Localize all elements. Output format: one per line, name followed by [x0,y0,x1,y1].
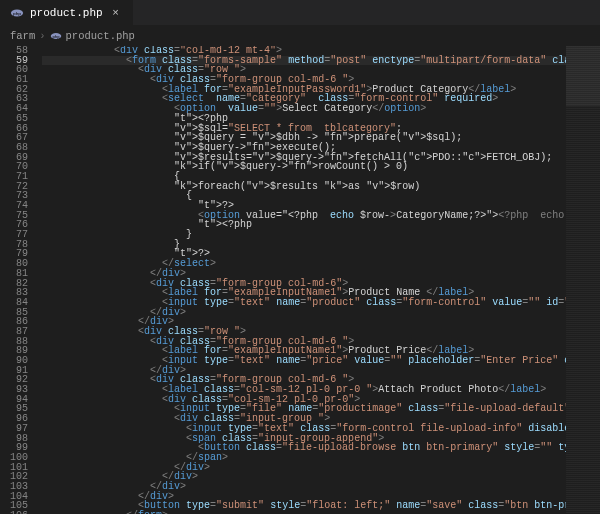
close-icon[interactable]: × [109,6,123,20]
tab-label: product.php [30,7,103,19]
svg-text:php: php [52,35,60,39]
svg-text:php: php [13,10,21,15]
breadcrumb: farm › php product.php [0,26,600,46]
line-number-gutter: 5859606162636465666768697071727374757677… [0,46,38,514]
chevron-right-icon: › [39,30,45,42]
minimap-viewport[interactable] [566,46,600,106]
breadcrumb-item[interactable]: product.php [66,30,135,42]
code-content[interactable]: <div class="col-md-12 mt-4"> <form class… [38,46,566,514]
php-icon: php [50,30,62,42]
tab-product-php[interactable]: php product.php × [0,0,134,25]
code-editor[interactable]: 5859606162636465666768697071727374757677… [0,46,600,514]
tab-bar: php product.php × [0,0,600,26]
php-icon: php [10,6,24,20]
minimap-content [566,46,600,514]
minimap[interactable] [566,46,600,514]
breadcrumb-item[interactable]: farm [10,30,35,42]
